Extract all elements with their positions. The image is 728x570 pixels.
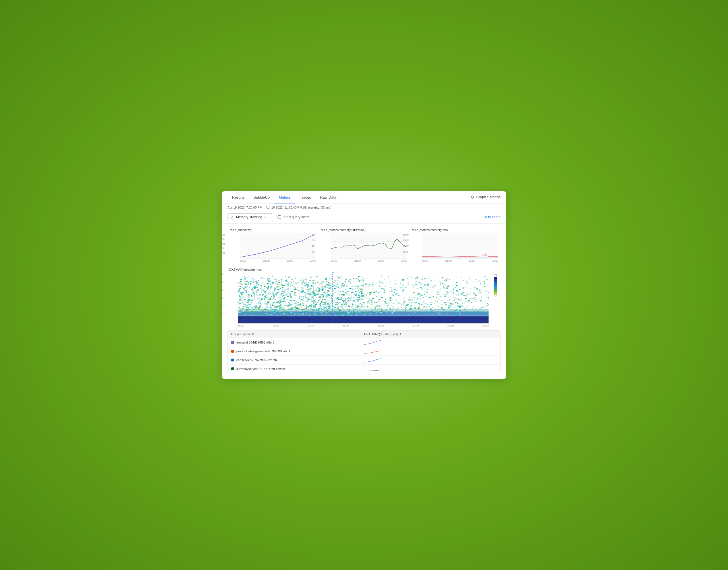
svg-rect-2045 — [275, 278, 275, 279]
svg-rect-1000 — [353, 309, 354, 309]
svg-rect-937 — [417, 278, 419, 279]
svg-rect-1530 — [458, 295, 459, 296]
svg-rect-1738 — [282, 309, 284, 310]
svg-rect-2220 — [321, 301, 322, 301]
svg-rect-1456 — [481, 293, 483, 294]
svg-rect-144 — [386, 311, 387, 312]
svg-rect-420 — [249, 287, 250, 288]
svg-rect-1224 — [378, 296, 378, 296]
svg-rect-1064 — [264, 314, 265, 315]
svg-rect-1931 — [345, 314, 346, 315]
svg-rect-909 — [388, 304, 389, 305]
svg-rect-811 — [476, 297, 476, 298]
svg-rect-2122 — [263, 278, 264, 279]
svg-rect-1184 — [331, 285, 332, 286]
svg-rect-1605 — [298, 304, 300, 305]
tab-bubbleup[interactable]: BubbleUp — [249, 191, 274, 204]
svg-rect-2050 — [276, 280, 277, 281]
svg-rect-1887 — [357, 306, 359, 307]
metric-dropdown[interactable]: ⤢ Memory Tracking ▾ — [227, 213, 273, 221]
apply-filters-checkbox[interactable]: Apply query filters — [278, 215, 309, 219]
svg-rect-586 — [261, 297, 262, 298]
svg-rect-2210 — [488, 304, 489, 305]
svg-rect-1976 — [419, 312, 420, 313]
svg-rect-436 — [340, 277, 341, 278]
svg-rect-1258 — [419, 296, 420, 297]
svg-rect-1594 — [414, 297, 415, 298]
svg-rect-905 — [444, 301, 445, 303]
go-to-board-link[interactable]: Go to board — [483, 215, 501, 219]
svg-rect-1188 — [438, 313, 439, 314]
svg-rect-2274 — [409, 309, 410, 310]
svg-rect-2060 — [250, 307, 250, 307]
svg-rect-1598 — [486, 279, 488, 280]
svg-rect-1479 — [298, 308, 300, 309]
svg-rect-1595 — [283, 305, 284, 305]
svg-rect-1740 — [350, 288, 351, 289]
svg-rect-2326 — [264, 291, 265, 292]
svg-rect-1819 — [240, 309, 242, 311]
svg-rect-392 — [313, 288, 315, 288]
svg-rect-1539 — [432, 312, 434, 313]
svg-rect-1491 — [336, 310, 337, 311]
svg-rect-2419 — [320, 297, 321, 297]
svg-rect-2449 — [246, 281, 247, 282]
svg-rect-907 — [401, 290, 402, 291]
svg-rect-1948 — [329, 290, 330, 291]
svg-rect-2445 — [355, 307, 357, 308]
col2-header[interactable]: HEATMAP(duration_ms) ⇕ — [364, 332, 497, 336]
svg-rect-381 — [455, 302, 457, 303]
tab-results[interactable]: Results — [227, 191, 249, 204]
graph-settings-button[interactable]: ⚙ Graph Settings — [470, 195, 501, 200]
svg-rect-1890 — [382, 306, 382, 307]
svg-rect-572 — [350, 282, 351, 284]
svg-rect-895 — [288, 296, 289, 297]
svg-rect-971 — [255, 302, 256, 303]
svg-rect-2154 — [377, 301, 378, 302]
tab-traces[interactable]: Traces — [295, 191, 315, 204]
svg-rect-1117 — [325, 304, 327, 305]
svg-rect-2091 — [309, 314, 310, 315]
svg-rect-177 — [359, 309, 360, 310]
svg-rect-1755 — [378, 285, 379, 285]
svg-rect-1587 — [458, 292, 459, 293]
svg-rect-808 — [270, 313, 270, 313]
svg-rect-1345 — [427, 282, 428, 282]
svg-rect-1093 — [325, 313, 326, 313]
svg-rect-1232 — [357, 300, 359, 301]
svg-rect-1766 — [357, 312, 358, 313]
heatmap-xlabels: 19:2020:0020:3021:0021:3022:0022:3023:00 — [227, 324, 489, 327]
svg-rect-1769 — [341, 286, 342, 286]
svg-rect-78 — [290, 296, 292, 297]
svg-rect-730 — [351, 297, 352, 298]
col1-header[interactable]: k8s.pod.name ⇕ — [231, 332, 364, 336]
svg-rect-1142 — [355, 299, 356, 300]
svg-rect-908 — [485, 278, 486, 278]
svg-rect-1910 — [326, 280, 327, 282]
svg-rect-1057 — [253, 306, 254, 307]
svg-rect-1714 — [299, 314, 300, 314]
svg-rect-1122 — [345, 289, 346, 290]
svg-rect-851 — [308, 306, 310, 307]
svg-rect-2227 — [342, 284, 343, 284]
apply-filters-input[interactable] — [278, 215, 281, 219]
svg-rect-2400 — [240, 292, 242, 293]
svg-rect-896 — [308, 303, 309, 303]
svg-rect-44 — [360, 288, 361, 290]
svg-rect-2188 — [281, 301, 282, 302]
svg-rect-2270 — [240, 297, 241, 298]
svg-rect-2198 — [459, 307, 461, 308]
svg-rect-1130 — [332, 303, 333, 304]
svg-rect-1353 — [293, 281, 294, 282]
svg-rect-1827 — [328, 311, 329, 311]
svg-rect-2162 — [430, 308, 431, 309]
tab-rawdata[interactable]: Raw Data — [316, 191, 341, 204]
svg-rect-799 — [271, 282, 272, 283]
svg-rect-2271 — [409, 299, 411, 300]
svg-rect-2478 — [255, 287, 256, 288]
tab-metrics[interactable]: Metrics — [274, 191, 295, 204]
legend-color-9 — [494, 293, 497, 295]
svg-rect-2170 — [283, 300, 285, 301]
svg-rect-447 — [431, 302, 432, 303]
svg-rect-2337 — [359, 301, 361, 302]
